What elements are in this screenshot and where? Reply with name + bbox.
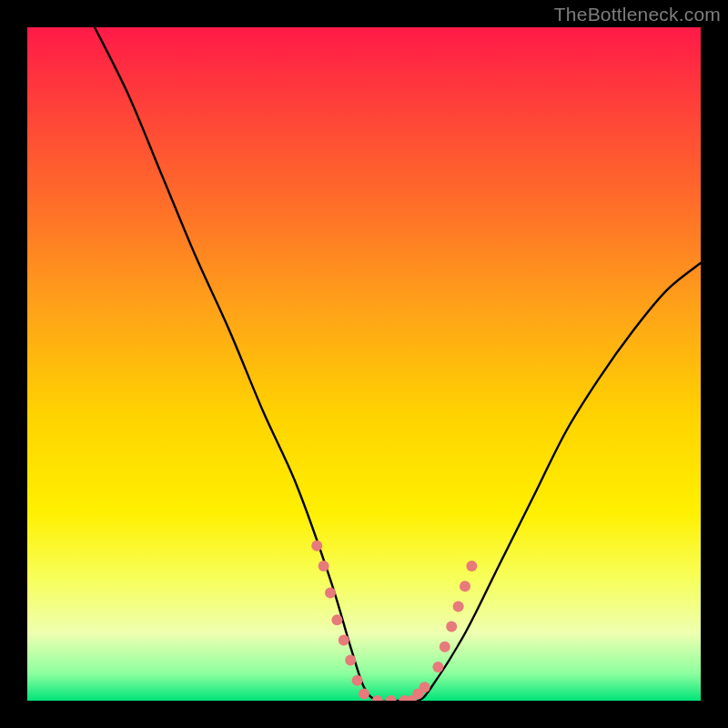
marker-point bbox=[372, 695, 383, 701]
marker-point bbox=[446, 622, 457, 632]
marker-group bbox=[311, 541, 477, 701]
marker-point bbox=[339, 634, 349, 645]
marker-point bbox=[440, 642, 450, 652]
marker-point bbox=[318, 561, 329, 571]
chart-frame: TheBottleneck.com bbox=[0, 0, 728, 728]
curve-svg bbox=[27, 27, 701, 701]
marker-point bbox=[460, 581, 470, 592]
marker-point bbox=[331, 614, 342, 625]
marker-point bbox=[345, 655, 356, 666]
marker-point bbox=[466, 561, 477, 571]
marker-point bbox=[311, 541, 322, 551]
marker-point bbox=[352, 675, 363, 686]
bottleneck-curve bbox=[95, 27, 701, 701]
marker-point bbox=[386, 695, 397, 701]
marker-point bbox=[420, 682, 430, 693]
marker-point bbox=[432, 662, 443, 672]
marker-point bbox=[453, 601, 464, 612]
marker-point bbox=[359, 689, 369, 700]
marker-point bbox=[325, 588, 336, 599]
watermark-text: TheBottleneck.com bbox=[554, 4, 721, 25]
plot-area bbox=[27, 27, 701, 701]
